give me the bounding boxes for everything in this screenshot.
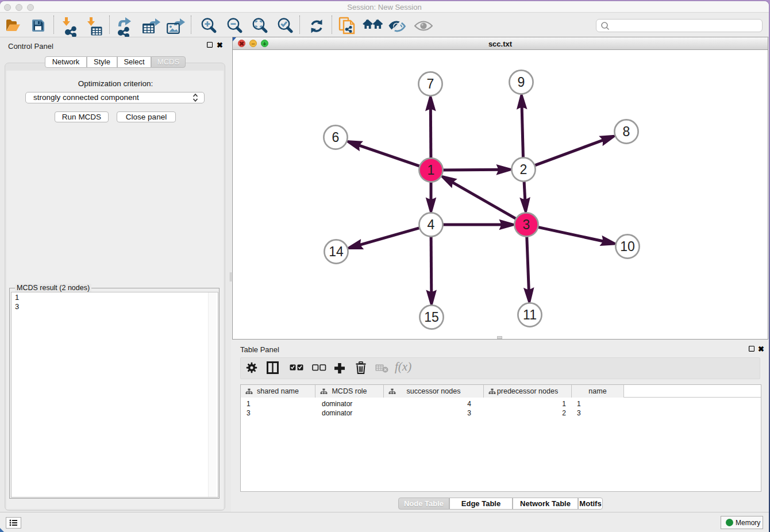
svg-text:3: 3 <box>523 217 530 232</box>
svg-text:4: 4 <box>428 217 435 232</box>
svg-text:2: 2 <box>520 162 528 177</box>
svg-text:14: 14 <box>329 244 344 259</box>
svg-text:6: 6 <box>332 130 340 145</box>
svg-text:15: 15 <box>424 310 439 325</box>
svg-text:1: 1 <box>428 163 435 178</box>
svg-text:8: 8 <box>623 124 630 139</box>
svg-text:9: 9 <box>518 75 525 90</box>
svg-text:10: 10 <box>620 239 635 254</box>
svg-text:11: 11 <box>523 307 537 322</box>
svg-text:7: 7 <box>427 76 434 91</box>
